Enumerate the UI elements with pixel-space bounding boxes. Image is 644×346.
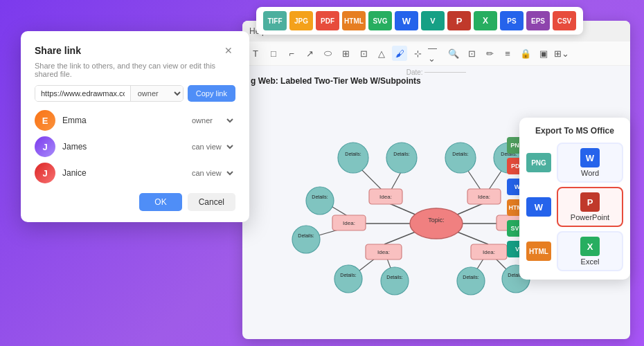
cancel-button[interactable]: Cancel [188,193,235,211]
user-row-emma: E Emma owner can view can edit [35,110,235,131]
powerpoint-export-button[interactable]: P PowerPoint [557,187,623,227]
dash-tool[interactable]: ≡ [500,46,515,61]
corner-tool[interactable]: ⌐ [284,46,299,61]
avatar-emma: E [35,110,55,131]
user-role-janice[interactable]: owner can view can edit [186,167,235,179]
powerpoint-icon: P [580,192,600,212]
svg-text:Details:: Details: [393,152,409,156]
copy-link-button[interactable]: Copy link [188,85,235,102]
eps-button[interactable]: EPS [526,11,550,30]
arrow-tool[interactable]: ↗ [302,46,317,61]
svg-text:Idea:: Idea: [379,194,392,200]
date-line: Date: [248,69,625,76]
frame-tool[interactable]: ▣ [536,46,551,61]
svg-text:Details:: Details: [345,152,361,156]
connect-tool[interactable]: ⊹ [410,46,425,61]
svg-text:Details:: Details: [312,194,328,199]
image-tool[interactable]: ⊡ [356,46,371,61]
svg-point-20 [410,208,463,239]
excel-format-button[interactable]: X [474,11,497,30]
dialog-header: Share link ✕ [35,44,235,57]
svg-point-50 [334,265,362,293]
user-role-james[interactable]: owner can view can edit [186,140,235,153]
ppt-format-button[interactable]: P [447,11,471,30]
svg-text:Idea:: Idea: [343,220,355,226]
zoom-in-tool[interactable]: 🔍 [446,46,461,61]
html-button[interactable]: HTML [342,11,366,30]
table-tool[interactable]: ⊞ [338,46,353,61]
pen-tool[interactable]: ✏ [482,46,497,61]
user-role-emma[interactable]: owner can view can edit [186,114,235,127]
svg-point-52 [381,267,409,295]
svg-text:Idea:: Idea: [377,249,390,255]
date-label: Date: [406,69,423,76]
svg-text:Details:: Details: [298,233,314,238]
powerpoint-label: PowerPoint [571,213,609,221]
canvas-toolbar: T □ ⌐ ↗ ⬭ ⊞ ⊡ △ 🖌 ⊹ —⌄ 🔍 ⊡ ✏ ≡ 🔒 ▣ ⊞⌄ [242,42,630,66]
svg-button[interactable]: SVG [368,11,392,30]
lock-tool[interactable]: 🔒 [518,46,533,61]
svg-point-36 [386,143,417,173]
export-panel-title: Export To MS Office [526,126,623,136]
line-tool[interactable]: —⌄ [428,46,443,61]
svg-text:Details:: Details: [340,273,356,277]
html-export-icon[interactable]: HTML [526,242,551,261]
ellipse-tool[interactable]: ⬭ [320,46,335,61]
shape-tool[interactable]: □ [266,46,281,61]
user-row-janice: J Janice owner can view can edit [35,163,235,183]
text-tool[interactable]: T [248,46,263,61]
csv-button[interactable]: CSV [553,11,576,30]
word-icon: W [580,148,600,167]
export-grid: PNG W Word W P PowerPoint HTML X Excel [526,143,623,271]
tiff-button[interactable]: TIFF [263,11,287,30]
svg-text:Details:: Details: [463,275,478,280]
dialog-title: Share link [35,45,81,56]
svg-text:Details:: Details: [386,275,402,280]
pdf-button[interactable]: PDF [316,11,339,30]
user-name-james: James [62,142,179,152]
svg-point-38 [445,143,476,173]
crop-tool[interactable]: ⊡ [464,46,479,61]
png-export-icon[interactable]: PNG [526,153,551,172]
link-input-wrap: owner can view can edit [35,85,184,102]
avatar-james: J [35,136,55,157]
svg-point-34 [338,143,368,173]
ok-button[interactable]: OK [139,193,181,211]
jpg-button[interactable]: JPG [289,11,313,30]
svg-point-44 [292,226,320,253]
user-row-james: J James owner can view can edit [35,136,235,157]
diagram-title: g Web: Labeled Two-Tier Web W/Subpoints [248,76,625,86]
svg-point-54 [457,267,485,295]
format-toolbar: TIFF JPG PDF HTML SVG W V P X PS EPS CSV [256,7,583,35]
svg-text:Idea:: Idea: [483,249,495,255]
word-small-export-icon[interactable]: W [526,197,551,217]
svg-point-42 [306,187,334,215]
dialog-subtitle: Share the link to others, and they can v… [35,62,235,78]
svg-text:Details:: Details: [452,152,468,156]
svg-text:Idea:: Idea: [478,194,490,200]
svg-text:Topic:: Topic: [428,217,445,224]
ps-button[interactable]: PS [500,11,524,30]
dialog-footer: OK Cancel [35,193,235,211]
excel-icon: X [580,237,600,256]
word-format-button[interactable]: W [395,11,418,30]
excel-label: Excel [581,257,600,266]
word-export-button[interactable]: W Word [557,143,623,183]
link-input[interactable] [35,86,130,101]
excel-export-button[interactable]: X Excel [557,231,623,271]
link-row: owner can view can edit Copy link [35,85,235,102]
user-name-emma: Emma [62,116,179,125]
export-panel: Export To MS Office PNG W Word W P Power… [519,118,630,280]
fill-tool[interactable]: 🖌 [392,46,407,61]
close-dialog-button[interactable]: ✕ [222,44,235,57]
link-role-select[interactable]: owner can view can edit [130,86,183,101]
more-tool[interactable]: ⊞⌄ [554,46,569,61]
user-name-janice: Janice [62,168,179,178]
visio-button[interactable]: V [421,11,445,30]
word-label: Word [581,169,599,177]
mountain-tool[interactable]: △ [374,46,389,61]
avatar-janice: J [35,163,55,183]
share-dialog: Share link ✕ Share the link to others, a… [21,31,249,222]
